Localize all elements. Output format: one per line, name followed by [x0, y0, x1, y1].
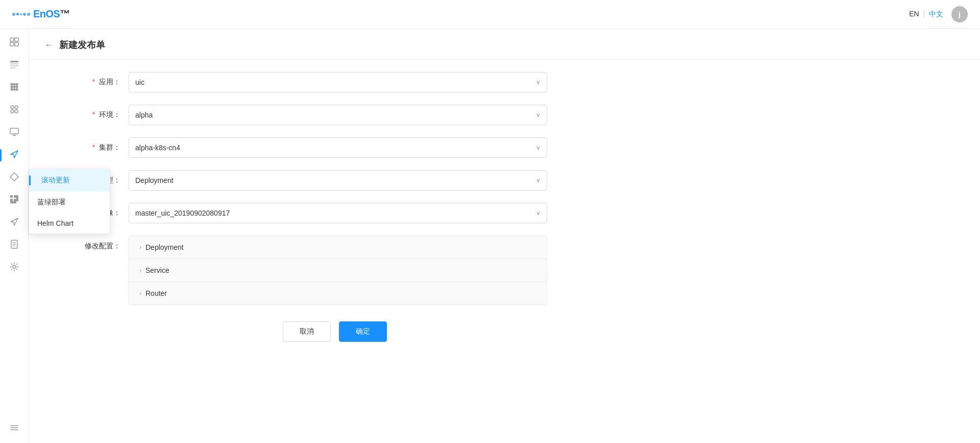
- logo-dot-4: [23, 13, 26, 16]
- grid-icon: [9, 37, 19, 50]
- sidebar-item-diamond[interactable]: [4, 168, 24, 188]
- field-docker: master_uic_20190902080917 ∨: [129, 203, 547, 223]
- sidebar-item-widgets[interactable]: [4, 100, 24, 121]
- label-env: * 环境：: [69, 110, 120, 120]
- config-items: › Deployment › Service › Router: [129, 236, 547, 305]
- logo-dot-3: [20, 13, 22, 15]
- svg-rect-27: [14, 199, 16, 201]
- logo-dot-2: [16, 13, 19, 15]
- topbar-right: EN | 中文 j: [909, 6, 968, 22]
- diamond-icon: [9, 172, 19, 184]
- svg-point-18: [15, 106, 18, 109]
- dropdown-item-blue-green[interactable]: 蓝绿部署: [29, 192, 110, 213]
- dropdown-item-rolling[interactable]: 滚动更新: [29, 169, 110, 192]
- cancel-button[interactable]: 取消: [283, 321, 331, 342]
- logo-dot-1: [12, 13, 15, 16]
- svg-point-19: [11, 110, 14, 113]
- svg-point-20: [15, 110, 18, 113]
- sidebar-item-grid[interactable]: [4, 33, 24, 53]
- sidebar-item-monitor[interactable]: [4, 123, 24, 143]
- svg-point-12: [13, 85, 15, 88]
- svg-point-34: [13, 265, 16, 268]
- form-row-env: * 环境： alpha ∨: [69, 105, 600, 125]
- sidebar-item-send2[interactable]: [4, 213, 24, 233]
- dropdown-item-helm[interactable]: Helm Chart: [29, 213, 110, 234]
- content-area: ← 新建发布单 * 应用： uic ∨: [29, 29, 980, 443]
- lang-zh[interactable]: 中文: [929, 10, 943, 18]
- label-app: * 应用：: [69, 78, 120, 87]
- resource-select-chevron: ∨: [536, 177, 541, 184]
- table-icon: [9, 59, 19, 72]
- lang-sep: |: [923, 10, 925, 18]
- svg-point-15: [13, 88, 15, 90]
- send2-icon: [9, 217, 19, 229]
- svg-point-16: [15, 88, 18, 90]
- user-avatar[interactable]: j: [951, 6, 968, 22]
- docker-select[interactable]: master_uic_20190902080917 ∨: [129, 203, 547, 223]
- doc-icon: [9, 239, 19, 252]
- form-content: * 应用： uic ∨ * 环境： alpha: [29, 60, 641, 370]
- svg-rect-21: [10, 128, 18, 134]
- cluster-select[interactable]: alpha-k8s-cn4 ∨: [129, 137, 547, 158]
- logo-text: EnOS™: [33, 8, 70, 20]
- sidebar: [0, 29, 29, 443]
- sidebar-item-doc[interactable]: [4, 235, 24, 255]
- chevron-right-service: ›: [139, 267, 141, 274]
- topbar: EnOS™ EN | 中文 j: [0, 0, 980, 29]
- chevron-right-router: ›: [139, 290, 141, 297]
- form-row-cluster: * 集群： alpha-k8s-cn4 ∨: [69, 137, 600, 158]
- svg-rect-1: [15, 38, 18, 41]
- field-cluster: alpha-k8s-cn4 ∨: [129, 137, 547, 158]
- logo-dot-5: [27, 13, 30, 16]
- main-layout: 滚动更新 蓝绿部署 Helm Chart ← 新建发布单 * 应用： uic ∨: [0, 29, 980, 443]
- form-row-config: 修改配置： › Deployment › Service ›: [69, 236, 600, 305]
- field-app: uic ∨: [129, 72, 547, 92]
- list-icon: [9, 423, 19, 435]
- back-button[interactable]: ←: [45, 40, 53, 50]
- confirm-button[interactable]: 确定: [339, 321, 387, 342]
- field-env: alpha ∨: [129, 105, 547, 125]
- env-select-chevron: ∨: [536, 111, 541, 119]
- sidebar-item-deploy[interactable]: [4, 145, 24, 166]
- dropdown-menu: 滚动更新 蓝绿部署 Helm Chart: [29, 169, 110, 234]
- svg-rect-25: [14, 195, 16, 198]
- docker-select-chevron: ∨: [536, 209, 541, 217]
- sidebar-item-list[interactable]: [4, 418, 24, 439]
- logo: EnOS™: [12, 8, 70, 20]
- svg-rect-26: [10, 199, 13, 201]
- label-cluster: * 集群：: [69, 143, 120, 152]
- svg-point-14: [10, 88, 13, 90]
- grid2-icon: [9, 194, 19, 207]
- widgets-icon: [9, 104, 19, 117]
- app-select-chevron: ∨: [536, 79, 541, 86]
- sidebar-item-table[interactable]: [4, 55, 24, 76]
- app-select[interactable]: uic ∨: [129, 72, 547, 92]
- sidebar-item-apps[interactable]: [4, 78, 24, 98]
- lang-switch[interactable]: EN | 中文: [909, 10, 943, 19]
- label-config: 修改配置：: [69, 236, 120, 251]
- sidebar-item-settings[interactable]: [4, 258, 24, 278]
- form-row-app: * 应用： uic ∨: [69, 72, 600, 92]
- resource-select[interactable]: Deployment ∨: [129, 170, 547, 191]
- form-row-docker: Docker镜像： master_uic_20190902080917 ∨: [69, 203, 600, 223]
- sidebar-item-grid2[interactable]: [4, 190, 24, 211]
- config-item-router[interactable]: › Router: [129, 282, 547, 305]
- apps-icon: [9, 82, 19, 95]
- send-icon: [9, 149, 19, 162]
- logo-dots: [12, 13, 30, 16]
- form-row-resource: * 资源类型： Deployment ∨: [69, 170, 600, 191]
- env-select[interactable]: alpha ∨: [129, 105, 547, 125]
- svg-point-17: [11, 106, 14, 109]
- config-item-deployment[interactable]: › Deployment: [129, 236, 547, 259]
- lang-en[interactable]: EN: [909, 10, 919, 18]
- svg-rect-0: [10, 38, 14, 41]
- svg-rect-24: [10, 195, 13, 198]
- svg-rect-7: [10, 67, 15, 68]
- settings-icon: [9, 262, 19, 274]
- page-header: ← 新建发布单: [29, 29, 980, 60]
- svg-point-8: [10, 83, 13, 85]
- svg-point-10: [15, 83, 18, 85]
- svg-rect-4: [10, 61, 18, 62]
- field-resource: Deployment ∨: [129, 170, 547, 191]
- config-item-service[interactable]: › Service: [129, 259, 547, 282]
